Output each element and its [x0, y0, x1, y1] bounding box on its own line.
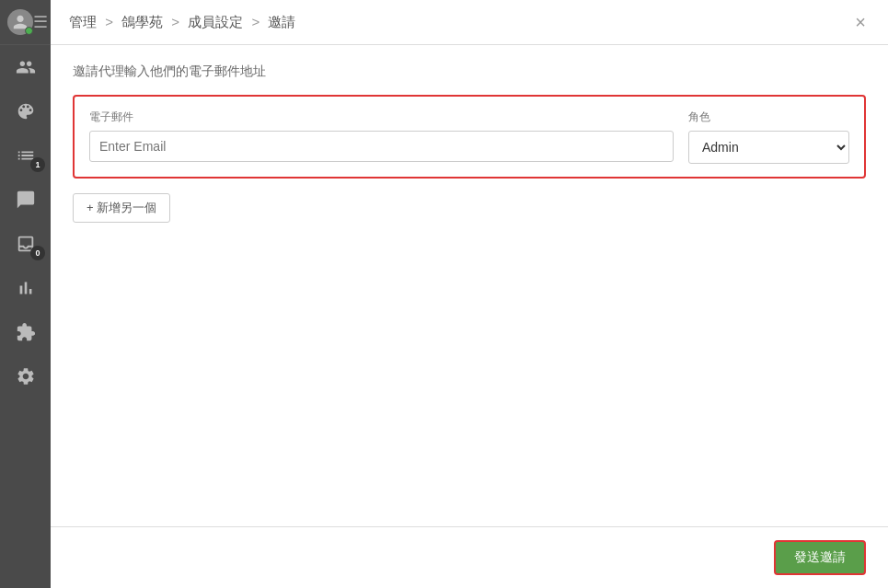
- send-invite-button[interactable]: 發送邀請: [774, 540, 866, 575]
- invite-form-container: 電子郵件 角色 Admin Member Viewer: [73, 95, 866, 179]
- sidebar-item-chart[interactable]: 1: [0, 133, 51, 178]
- page-subtitle: 邀請代理輸入他們的電子郵件地址: [73, 63, 866, 80]
- form-row: 電子郵件 角色 Admin Member Viewer: [89, 110, 849, 164]
- sidebar-item-inbox[interactable]: 0: [0, 222, 51, 266]
- breadcrumb-part1: 管理: [69, 14, 97, 29]
- breadcrumb-part2: 鴿學苑: [121, 14, 163, 29]
- main-content: 管理 > 鴿學苑 > 成員設定 > 邀請 × 邀請代理輸入他們的電子郵件地址 電…: [51, 0, 888, 588]
- email-input[interactable]: [89, 131, 674, 162]
- sidebar-item-reports[interactable]: [0, 266, 51, 310]
- online-status-dot: [25, 27, 33, 35]
- breadcrumb-sep3: >: [251, 14, 259, 29]
- breadcrumb-sep2: >: [171, 14, 179, 29]
- sidebar-top: ☰ 1 0: [0, 0, 51, 398]
- email-label: 電子郵件: [89, 110, 674, 125]
- inbox-badge: 0: [30, 246, 45, 260]
- breadcrumb-part4: 邀請: [268, 14, 295, 29]
- add-another-button[interactable]: + 新增另一個: [73, 193, 170, 223]
- chart-badge: 1: [30, 157, 45, 172]
- sidebar-item-members[interactable]: [0, 45, 51, 89]
- sidebar-item-plugins[interactable]: [0, 310, 51, 354]
- role-label: 角色: [688, 110, 849, 125]
- avatar[interactable]: [7, 9, 33, 35]
- sidebar-avatar-row: ☰: [0, 0, 51, 45]
- breadcrumb-part3: 成員設定: [188, 14, 243, 29]
- close-button[interactable]: ×: [851, 13, 870, 31]
- breadcrumb-sep1: >: [105, 14, 113, 29]
- page-body: 邀請代理輸入他們的電子郵件地址 電子郵件 角色 Admin Member Vie…: [51, 45, 888, 588]
- role-column: 角色 Admin Member Viewer: [688, 110, 849, 164]
- sidebar-item-chat[interactable]: [0, 178, 51, 222]
- role-select[interactable]: Admin Member Viewer: [688, 131, 849, 164]
- email-column: 電子郵件: [89, 110, 674, 162]
- header: 管理 > 鴿學苑 > 成員設定 > 邀請 ×: [51, 0, 888, 45]
- sidebar-item-settings[interactable]: [0, 354, 51, 398]
- sidebar: ☰ 1 0: [0, 0, 51, 588]
- sidebar-item-palette[interactable]: [0, 89, 51, 133]
- breadcrumb: 管理 > 鴿學苑 > 成員設定 > 邀請: [69, 14, 295, 31]
- page-footer: 發送邀請: [51, 526, 888, 588]
- hamburger-icon[interactable]: ☰: [33, 12, 48, 32]
